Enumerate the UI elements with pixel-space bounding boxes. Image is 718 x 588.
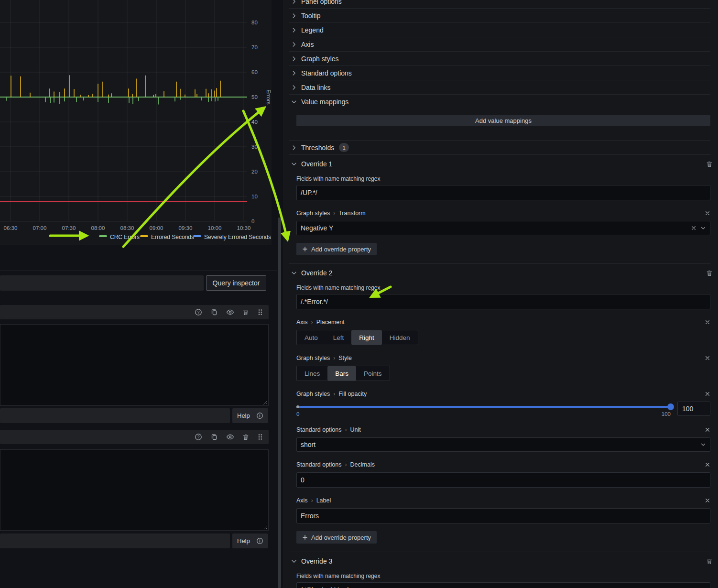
input-label[interactable]: Errors <box>296 508 710 523</box>
scrollbar-thumb[interactable] <box>278 218 281 588</box>
breadcrumb-property: Unit <box>350 426 361 433</box>
trash-icon <box>706 558 713 565</box>
x-axis-tick: 06:30 <box>4 225 18 231</box>
query-options-field[interactable] <box>0 408 230 423</box>
query-textarea[interactable] <box>0 449 269 531</box>
drag-handle-icon[interactable] <box>257 308 263 316</box>
options-section-graph-styles[interactable]: Graph styles <box>289 52 710 66</box>
query-inspector-button[interactable]: Query inspector <box>206 275 266 291</box>
options-section-standard-options[interactable]: Standard options <box>289 66 710 80</box>
series-errored-seconds <box>11 75 220 97</box>
resize-handle[interactable] <box>262 524 267 529</box>
override-regex-input[interactable]: /.*Error.*/ <box>296 294 710 309</box>
property-breadcrumb: Standard options›Unit <box>296 426 710 433</box>
remove-property-button[interactable] <box>705 319 710 325</box>
breadcrumb-property: Style <box>338 355 352 361</box>
svg-text:Errored Seconds: Errored Seconds <box>151 234 194 240</box>
slider-track[interactable] <box>296 406 671 408</box>
override-regex-input[interactable]: /.*Physical Max/ <box>296 582 710 588</box>
radio-option-left[interactable]: Left <box>326 330 352 345</box>
add-override-property-label: Add override property <box>311 534 371 541</box>
eye-icon[interactable] <box>226 433 234 441</box>
chevron-right-icon: › <box>311 319 313 326</box>
query-toolbar-field[interactable] <box>0 275 204 291</box>
add-override-property-button[interactable]: Add override property <box>296 243 377 255</box>
override-header[interactable]: Override 2 <box>289 266 710 280</box>
radio-option-bars[interactable]: Bars <box>327 366 356 381</box>
section-label: Graph styles <box>301 55 339 63</box>
query-textarea[interactable] <box>0 324 269 406</box>
query-row-header[interactable]: ? <box>0 305 269 319</box>
radio-option-right[interactable]: Right <box>351 330 382 345</box>
radio-option-auto[interactable]: Auto <box>297 330 326 345</box>
help-button[interactable]: Help <box>232 408 268 423</box>
options-section-axis[interactable]: Axis <box>289 37 710 52</box>
options-section-value-mappings[interactable]: Value mappings <box>289 95 710 109</box>
query-row-header[interactable]: ? <box>0 430 269 444</box>
property-breadcrumb: Graph styles›Fill opacity <box>296 391 710 397</box>
query-editor-section: Query inspector ? Help ? Help <box>0 271 277 588</box>
radio-option-points[interactable]: Points <box>356 366 390 381</box>
section-label: Legend <box>301 26 324 34</box>
query-options-field[interactable] <box>0 534 230 548</box>
override-regex-input[interactable]: /UP.*/ <box>296 185 710 200</box>
help-button[interactable]: Help <box>232 534 268 548</box>
help-circle-icon[interactable]: ? <box>195 433 202 441</box>
override-header[interactable]: Override 1 <box>289 157 710 171</box>
resize-handle[interactable] <box>262 399 267 404</box>
options-section-legend[interactable]: Legend <box>289 23 710 37</box>
eye-icon[interactable] <box>226 308 234 316</box>
remove-property-button[interactable] <box>705 210 710 216</box>
legend-item-errored-seconds[interactable]: Errored Seconds <box>140 234 194 240</box>
copy-icon[interactable] <box>210 308 218 316</box>
x-axis-tick: 09:00 <box>150 225 163 231</box>
trash-icon <box>706 161 713 168</box>
remove-property-button[interactable] <box>705 391 710 397</box>
breadcrumb-property: Placement <box>316 319 345 326</box>
y-axis-tick: 10 <box>251 194 258 199</box>
close-icon <box>705 355 710 361</box>
remove-property-button[interactable] <box>705 427 710 433</box>
legend-item-crc-errors[interactable]: CRC Errors <box>99 234 140 240</box>
remove-property-button[interactable] <box>705 498 710 503</box>
scrollbar[interactable] <box>278 218 281 588</box>
override-header[interactable]: Override 3 <box>289 554 710 568</box>
remove-property-button[interactable] <box>705 462 710 468</box>
info-circle-icon <box>256 412 263 419</box>
delete-override-button[interactable] <box>706 161 713 168</box>
override-block-3: Override 3Fields with name matching rege… <box>289 554 710 588</box>
delete-override-button[interactable] <box>706 270 713 277</box>
drag-handle-icon[interactable] <box>257 433 263 441</box>
chevron-down-icon <box>291 98 301 105</box>
radio-option-lines[interactable]: Lines <box>297 366 327 381</box>
delete-override-button[interactable] <box>706 558 713 565</box>
trash-icon[interactable] <box>242 434 249 441</box>
add-value-mappings-button[interactable]: Add value mappings <box>296 115 710 126</box>
legend-item-severely-errored-seconds[interactable]: Severely Errored Seconds <box>193 234 271 240</box>
select-value: Negative Y <box>301 224 333 232</box>
select-transform[interactable]: Negative Y <box>296 221 710 235</box>
copy-icon[interactable] <box>210 433 218 441</box>
value-mappings-content: Add value mappings <box>289 109 710 141</box>
remove-property-button[interactable] <box>705 355 710 361</box>
help-circle-icon[interactable]: ? <box>195 308 202 316</box>
property-breadcrumb: Axis›Label <box>296 497 710 504</box>
options-section-thresholds[interactable]: Thresholds1 <box>289 141 710 155</box>
slider-handle[interactable] <box>667 403 674 410</box>
select-unit[interactable]: short <box>296 437 710 452</box>
options-section-data-links[interactable]: Data links <box>289 80 710 95</box>
slider-value-input[interactable]: 100 <box>677 402 710 416</box>
close-icon <box>705 498 710 503</box>
options-section-panel-options[interactable]: Panel options <box>289 0 710 9</box>
breadcrumb-category: Standard options <box>296 461 342 468</box>
chevron-down-icon <box>291 558 301 565</box>
clear-icon[interactable] <box>691 225 696 231</box>
chevron-right-icon <box>291 144 301 151</box>
add-override-property-button[interactable]: Add override property <box>296 531 377 544</box>
radio-option-hidden[interactable]: Hidden <box>382 330 418 345</box>
options-section-tooltip[interactable]: Tooltip <box>289 9 710 23</box>
query-row-actions: ? <box>195 433 269 441</box>
input-decimals[interactable]: 0 <box>296 472 710 488</box>
radio-group-style: LinesBarsPoints <box>296 366 390 381</box>
trash-icon[interactable] <box>242 309 249 316</box>
